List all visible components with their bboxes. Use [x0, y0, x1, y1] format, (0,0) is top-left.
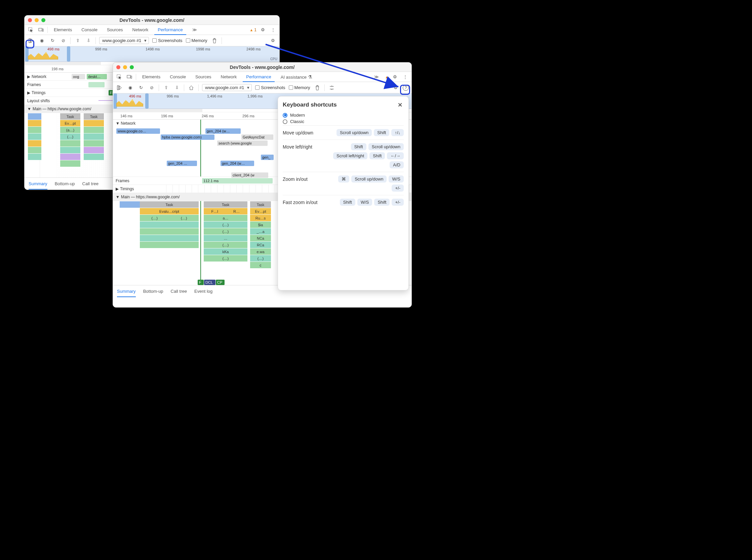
overview-minimap[interactable]: 498 ms 998 ms 1498 ms 1998 ms 2498 ms CP…: [24, 46, 279, 62]
overview-handle-right[interactable]: [145, 94, 149, 108]
tab-console[interactable]: Console: [78, 25, 101, 34]
memory-checkbox[interactable]: Memory: [289, 85, 310, 90]
toggle-drawer-icon[interactable]: [328, 84, 336, 92]
popover-title: Keyboard shortcuts: [283, 101, 337, 108]
gear-icon[interactable]: ⚙: [259, 26, 266, 34]
capture-settings-icon[interactable]: ⚙: [392, 84, 399, 92]
tab-bottom-up[interactable]: Bottom-up: [55, 179, 75, 189]
minimize-icon[interactable]: [35, 18, 39, 22]
tab-sources[interactable]: Sources: [103, 25, 126, 34]
kbd-key: ↑/↓: [391, 129, 404, 136]
kebab-icon[interactable]: ⋮: [269, 26, 277, 34]
kbd-key: Shift: [370, 152, 385, 159]
record-icon[interactable]: ◉: [126, 84, 134, 92]
gear-icon[interactable]: ⚙: [391, 73, 399, 81]
overview-handle-right[interactable]: [67, 46, 70, 61]
tab-ai-assistance[interactable]: AI assistance ⚗: [277, 72, 316, 82]
tab-network[interactable]: Network: [218, 72, 240, 81]
reload-icon[interactable]: ↻: [49, 37, 56, 44]
kbd-key: ⌘: [338, 176, 349, 182]
screenshots-checkbox[interactable]: Screenshots: [152, 38, 182, 43]
download-icon[interactable]: ⇩: [173, 84, 180, 92]
timeline-marker: [200, 120, 201, 177]
tab-sources[interactable]: Sources: [192, 72, 215, 81]
tab-console[interactable]: Console: [166, 72, 189, 81]
shortcut-group: Zoom in/out⌘Scroll up/downW/S+/-: [283, 172, 404, 195]
tab-summary[interactable]: Summary: [28, 179, 47, 189]
tab-call-tree[interactable]: Call tree: [82, 179, 99, 189]
issues-badge[interactable]: 1: [250, 27, 257, 32]
home-icon[interactable]: [187, 84, 195, 92]
minimize-icon[interactable]: [123, 65, 127, 69]
download-icon[interactable]: ⇩: [85, 37, 92, 44]
tab-elements[interactable]: Elements: [51, 25, 75, 34]
help-icon[interactable]: ?: [403, 85, 409, 91]
window-title: DevTools - www.google.com/: [113, 64, 412, 70]
close-icon[interactable]: [116, 65, 120, 69]
kbd-key: Shift: [351, 143, 367, 150]
inspect-icon[interactable]: [116, 73, 123, 81]
zoom-icon[interactable]: [130, 65, 134, 69]
kbd-key: Scroll up/down: [351, 176, 387, 182]
tab-network[interactable]: Network: [129, 25, 152, 34]
upload-icon[interactable]: ⇧: [74, 37, 81, 44]
tab-bottom-up[interactable]: Bottom-up: [143, 286, 163, 297]
clear-icon[interactable]: ⊘: [148, 84, 155, 92]
radio-modern[interactable]: Modern: [283, 113, 404, 118]
recording-select[interactable]: www.google.com #1: [99, 37, 149, 44]
record-icon[interactable]: ◉: [38, 37, 45, 44]
main-tabs: Elements Console Sources Network Perform…: [113, 72, 412, 82]
shortcut-name: Fast zoom in/out: [283, 199, 318, 205]
shortcut-group: Fast zoom in/outShiftW/SShift+/-: [283, 195, 404, 209]
perf-toolbar: ◉ ↻ ⊘ ⇧ ⇩ www.google.com #1 Screenshots …: [113, 82, 412, 94]
radio-classic[interactable]: Classic: [283, 119, 404, 124]
tab-performance[interactable]: Performance: [243, 72, 274, 82]
shortcut-group: Move left/rightShiftScroll up/downScroll…: [283, 140, 404, 172]
tab-call-tree[interactable]: Call tree: [171, 286, 187, 297]
shortcut-name: Zoom in/out: [283, 176, 308, 182]
record-reload-icon[interactable]: [27, 37, 35, 44]
shortcuts-popover: Keyboard shortcuts ✕ Modern Classic Move…: [278, 96, 409, 291]
kbd-key: ←/→: [387, 152, 404, 159]
window-title: DevTools - www.google.com/: [24, 18, 279, 23]
collect-garbage-icon[interactable]: [314, 84, 321, 92]
kbd-key: Scroll left/right: [333, 152, 368, 159]
zoom-icon[interactable]: [41, 18, 45, 22]
kebab-icon[interactable]: ⋮: [401, 73, 409, 81]
titlebar[interactable]: DevTools - www.google.com/: [24, 16, 279, 25]
kbd-key: W/S: [389, 176, 404, 182]
shortcut-name: Move left/right: [283, 143, 312, 149]
inspect-icon[interactable]: [27, 26, 35, 34]
kbd-key: W/S: [357, 199, 373, 206]
titlebar[interactable]: DevTools - www.google.com/: [113, 62, 412, 72]
kbd-key: +/-: [392, 184, 404, 192]
kbd-key: Shift: [374, 129, 389, 136]
reload-icon[interactable]: ↻: [137, 84, 144, 92]
screenshots-checkbox[interactable]: Screenshots: [255, 85, 285, 90]
collect-garbage-icon[interactable]: [211, 37, 218, 44]
tab-elements[interactable]: Elements: [139, 72, 164, 81]
tab-summary[interactable]: Summary: [117, 286, 136, 297]
traffic-lights: [116, 65, 134, 69]
close-icon[interactable]: [28, 18, 32, 22]
tabs-overflow[interactable]: ≫: [189, 25, 200, 34]
issues-badge[interactable]: [385, 75, 389, 79]
upload-icon[interactable]: ⇧: [162, 84, 170, 92]
clear-icon[interactable]: ⊘: [59, 37, 67, 44]
capture-settings-icon[interactable]: ⚙: [269, 37, 277, 44]
recording-select[interactable]: www.google.com #1: [202, 84, 252, 91]
tabs-overflow[interactable]: ≫: [371, 72, 382, 81]
devtools-window-2: DevTools - www.google.com/ Elements Cons…: [113, 62, 412, 307]
memory-checkbox[interactable]: Memory: [186, 38, 207, 43]
record-reload-icon[interactable]: [116, 84, 123, 92]
close-popover-icon[interactable]: ✕: [396, 101, 404, 108]
kbd-key: Scroll up/down: [336, 129, 372, 136]
overview-mark: 498 ms: [47, 47, 59, 51]
tab-event-log[interactable]: Event log: [194, 286, 213, 297]
shortcut-name: Move up/down: [283, 129, 313, 136]
device-icon[interactable]: [126, 73, 133, 81]
cpu-label: CPU: [270, 57, 277, 61]
device-icon[interactable]: [37, 26, 45, 34]
tab-performance[interactable]: Performance: [154, 25, 186, 35]
svg-rect-7: [117, 86, 119, 90]
